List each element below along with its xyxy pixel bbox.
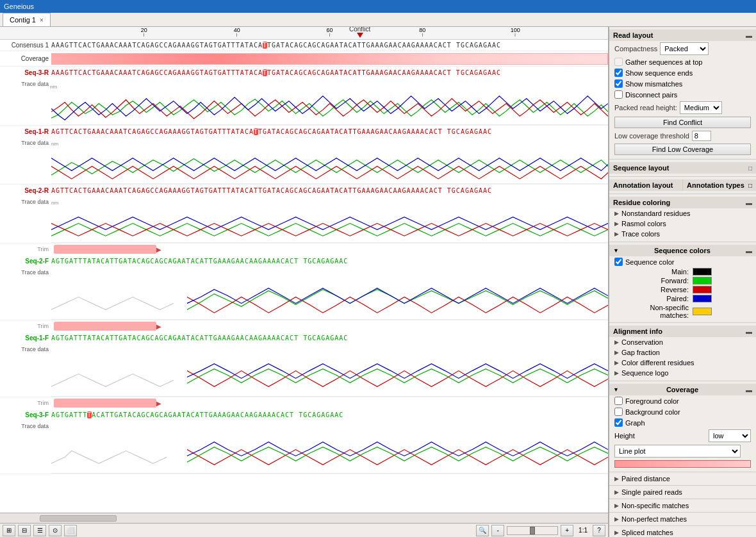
spliced-matches-item[interactable]: ▶ Spliced matches [609, 526, 756, 537]
seq-2r-nm: nm [51, 198, 608, 206]
sequence-panel: Conflict 20 40 60 80 100 Consensus 1 AAA… [0, 27, 609, 537]
sequence-layout-header[interactable]: Sequence layout □ [609, 162, 756, 174]
seq-2f-label: Seq-2-F [0, 258, 51, 265]
zoom-out-btn[interactable]: - [491, 525, 504, 536]
low-coverage-input[interactable] [692, 131, 711, 141]
sequence-color-checkbox-row: Sequence color [609, 256, 756, 267]
non-specific-color-swatch[interactable] [693, 308, 712, 315]
alignment-info-title: Alignment info [613, 327, 662, 335]
seq-1f-trim-area: Trim [0, 320, 608, 332]
seq1r-conflict-base: T [254, 128, 258, 135]
consensus-sequence: AAAGTTCACTGAAACAAATCAGAGCCAGAAAGGTAGTGAT… [51, 42, 501, 49]
background-color-checkbox[interactable] [614, 408, 623, 416]
paired-dist-expand-icon: ▶ [614, 475, 619, 482]
seq-1f-label: Seq-1-F [0, 335, 51, 342]
paired-color-swatch[interactable] [693, 295, 712, 302]
ruler-tick-20: 20 [141, 27, 147, 37]
trace-colors-item[interactable]: ▶ Trace colors [609, 229, 756, 239]
seq-layout-collapse-icon[interactable]: □ [748, 165, 752, 172]
read-layout-collapse-icon[interactable]: ▬ [746, 32, 752, 39]
packed-height-label: Packed read height: [614, 104, 677, 112]
foreground-color-checkbox[interactable] [614, 397, 623, 405]
alignment-info-header[interactable]: Alignment info ▬ [609, 326, 756, 337]
seq-colors-header[interactable]: ▼ Sequence colors ▬ [609, 245, 756, 256]
tab-close-icon[interactable]: × [40, 17, 44, 24]
compactness-label: Compactness [614, 45, 657, 53]
show-mismatches-row: Show mismatches [609, 78, 756, 89]
show-mismatches-checkbox[interactable] [614, 79, 623, 88]
help-btn[interactable]: ? [593, 525, 605, 536]
horizontal-scrollbar[interactable] [0, 513, 608, 523]
view-btn-4[interactable]: ⊙ [49, 525, 62, 536]
main-container: Conflict 20 40 60 80 100 Consensus 1 AAA… [0, 27, 756, 537]
seq-2r-trace [51, 208, 608, 243]
tab-bar: Contig 1 × [0, 13, 756, 27]
zoom-cursor-icon[interactable]: 🔍 [476, 525, 489, 536]
nonstandard-residues-item[interactable]: ▶ Nonstandard residues [609, 208, 756, 219]
single-paired-label: Single paired reads [621, 488, 682, 496]
zoom-in-btn[interactable]: + [561, 525, 573, 536]
view-btn-1[interactable]: ⊞ [3, 525, 15, 536]
zoom-slider-thumb[interactable] [530, 527, 535, 534]
seq-3r-trace-svg [51, 90, 608, 124]
conservation-expand-icon: ▶ [614, 339, 619, 345]
read-layout-header[interactable]: Read layout ▬ [609, 29, 756, 41]
compactness-select[interactable]: Packed Expanded Flat [660, 42, 709, 55]
packed-height-select[interactable]: Low Medium High [680, 101, 722, 114]
view-btn-2[interactable]: ⊟ [18, 525, 31, 536]
zoom-slider[interactable] [507, 526, 558, 535]
seq-3f-trace-svg [51, 432, 608, 473]
consensus-row: Consensus 1 AAAGTTCACTGAAACAAATCAGAGCCAG… [0, 40, 608, 51]
background-color-label: Background color [625, 408, 680, 416]
gather-sequences-label: Gather sequences at top [625, 58, 702, 66]
height-label: Height [614, 432, 635, 440]
graph-checkbox[interactable] [614, 418, 623, 427]
sequence-color-checkbox[interactable] [614, 258, 623, 266]
seq-logo-expand-icon: ▶ [614, 370, 619, 376]
coverage-collapse-icon[interactable]: ▬ [746, 386, 752, 393]
gather-sequences-checkbox[interactable] [614, 58, 623, 66]
view-btn-5[interactable]: ⬜ [64, 525, 77, 536]
ruler-tick-60: 60 [326, 27, 333, 37]
gap-fraction-item[interactable]: ▶ Gap fraction [609, 347, 756, 358]
height-select[interactable]: low medium high [709, 429, 751, 442]
find-low-coverage-btn[interactable]: Find Low Coverage [614, 144, 751, 155]
single-paired-item[interactable]: ▶ Single paired reads [609, 486, 756, 499]
disconnect-pairs-checkbox[interactable] [614, 90, 623, 99]
non-specific-matches-item[interactable]: ▶ Non-specific matches [609, 499, 756, 513]
residue-collapse-icon[interactable]: ▬ [746, 199, 752, 206]
show-seq-ends-row: Show sequence ends [609, 67, 756, 78]
trim-label-1f: Trim [0, 323, 51, 329]
non-perfect-matches-label: Non-perfect matches [621, 515, 687, 523]
coverage-header[interactable]: ▼ Coverage ▬ [609, 384, 756, 395]
annotation-layout-header[interactable]: Annotation layout [609, 179, 682, 191]
plot-type-select[interactable]: Line plot Bar plot Heat map [614, 445, 741, 458]
scroll-thumb[interactable] [40, 515, 117, 522]
main-color-swatch[interactable] [693, 268, 712, 276]
reverse-color-swatch[interactable] [693, 286, 712, 293]
seq-3f-trim-area: Trim [0, 397, 608, 409]
height-row: Height low medium high [609, 428, 756, 443]
seq-1r-trace-label-row: Trace data nm [0, 137, 608, 149]
non-perfect-matches-item[interactable]: ▶ Non-perfect matches [609, 513, 756, 526]
seq-1r-row: Seq-1-R AGTTCACTGAAACAAATCAGAGCCAGAAAGGT… [0, 126, 608, 137]
color-different-item[interactable]: ▶ Color different residues [609, 358, 756, 368]
residue-coloring-header[interactable]: Residue coloring ▬ [609, 197, 756, 208]
annotation-types-header[interactable]: Annotation types □ [682, 179, 756, 191]
alignment-collapse-icon[interactable]: ▬ [746, 328, 752, 335]
seq-logo-item[interactable]: ▶ Sequence logo [609, 368, 756, 378]
forward-color-swatch[interactable] [693, 277, 712, 285]
annotation-layout-section: Annotation layout Annotation types □ [609, 177, 756, 194]
seq-2f-row: Seq-2-F AGTGATTTATACATTGATACAGCAGCAGAATA… [0, 255, 608, 267]
find-conflict-btn[interactable]: Find Conflict [614, 117, 751, 128]
single-paired-expand-icon: ▶ [614, 489, 619, 495]
tab-contig1[interactable]: Contig 1 × [3, 13, 51, 26]
seq-logo-label: Sequence logo [621, 369, 668, 377]
rasmol-colors-item[interactable]: ▶ Rasmol colors [609, 219, 756, 229]
paired-distance-item[interactable]: ▶ Paired distance [609, 472, 756, 486]
conservation-item[interactable]: ▶ Conservation [609, 337, 756, 347]
seq-2r-trace-svg [51, 208, 608, 242]
seq-colors-collapse-icon[interactable]: ▬ [746, 247, 752, 254]
view-btn-3[interactable]: ☰ [33, 525, 46, 536]
show-seq-ends-checkbox[interactable] [614, 69, 623, 77]
